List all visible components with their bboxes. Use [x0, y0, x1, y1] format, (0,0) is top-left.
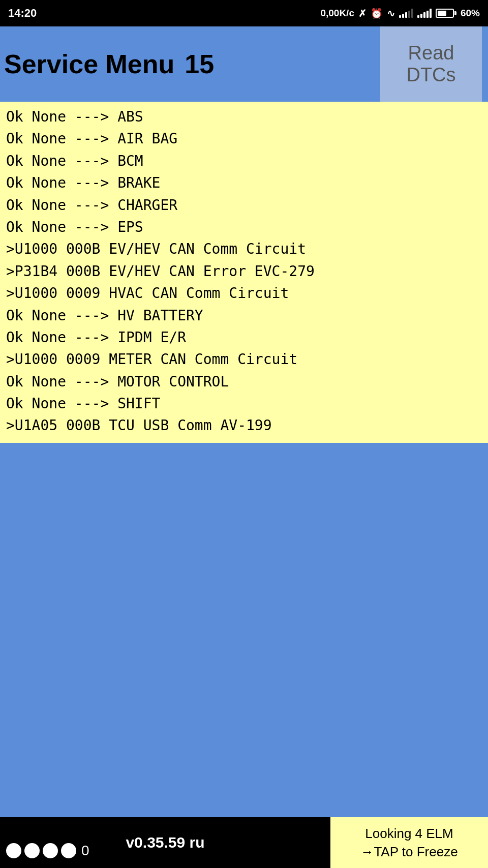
dtc-row[interactable]: >U1000 0009 HVAC CAN Comm Circuit: [6, 282, 482, 304]
dtc-row[interactable]: Ok None ---> IPDM E/R: [6, 326, 482, 348]
dtc-list: Ok None ---> ABSOk None ---> AIR BAGOk N…: [0, 102, 488, 443]
status-bar: 14:20 0,00K/c ✗ ⏰ ∿ 60%: [0, 0, 488, 26]
read-dtcs-label: ReadDTCs: [406, 42, 455, 86]
circle-2: [24, 843, 40, 858]
version-text: v0.35.59 ru: [126, 834, 204, 851]
read-dtcs-button[interactable]: ReadDTCs: [380, 26, 482, 102]
dtc-row[interactable]: Ok None ---> HV BATTERY: [6, 305, 482, 326]
circle-4: [61, 843, 76, 858]
dtc-row[interactable]: Ok None ---> CHARGER: [6, 194, 482, 216]
data-speed: 0,00K/c: [320, 8, 354, 19]
dtc-row[interactable]: Ok None ---> SHIFT: [6, 393, 482, 414]
circle-1: [6, 843, 21, 858]
elm-label-1: Looking 4 ELM: [365, 824, 453, 843]
battery-icon: [436, 9, 456, 18]
circle-3: [43, 843, 58, 858]
blue-area: [0, 443, 488, 817]
dtc-row[interactable]: >P31B4 000B EV/HEV CAN Error EVC-279: [6, 260, 482, 282]
elm-button[interactable]: Looking 4 ELM →TAP to Freeze: [330, 817, 488, 868]
dtc-row[interactable]: Ok None ---> BRAKE: [6, 172, 482, 194]
elm-label-2: →TAP to Freeze: [360, 843, 458, 861]
dtc-row[interactable]: Ok None ---> MOTOR CONTROL: [6, 371, 482, 393]
dtc-row[interactable]: >U1A05 000B TCU USB Comm AV-199: [6, 414, 482, 436]
page-title: Service Menu: [4, 49, 174, 79]
status-time: 14:20: [8, 7, 37, 20]
dtc-row[interactable]: >U1000 0009 METER CAN Comm Circuit: [6, 348, 482, 370]
dtc-count: 15: [185, 49, 214, 79]
bottom-bar: 0 v0.35.59 ru Looking 4 ELM →TAP to Free…: [0, 817, 488, 868]
alarm-icon: ⏰: [371, 8, 383, 19]
signal-bars-2: [417, 9, 432, 18]
status-icons: 0,00K/c ✗ ⏰ ∿ 60%: [320, 8, 480, 19]
dtc-row[interactable]: Ok None ---> BCM: [6, 150, 482, 172]
battery-percent: 60%: [461, 8, 480, 19]
dtc-row[interactable]: Ok None ---> ABS: [6, 106, 482, 128]
circles-count: 0: [81, 843, 89, 859]
dtc-row[interactable]: Ok None ---> AIR BAG: [6, 128, 482, 149]
time-display: 14:20: [8, 7, 37, 20]
dtc-row[interactable]: Ok None ---> EPS: [6, 216, 482, 238]
wifi-icon: ∿: [387, 8, 395, 19]
circles-area: 0: [6, 843, 89, 859]
signal-bars-1: [399, 9, 413, 18]
bluetooth-icon: ✗: [358, 8, 367, 19]
dtc-row[interactable]: >U1000 000B EV/HEV CAN Comm Circuit: [6, 238, 482, 260]
header-left: Service Menu 15: [4, 49, 214, 79]
header: Service Menu 15 ReadDTCs: [0, 26, 488, 102]
